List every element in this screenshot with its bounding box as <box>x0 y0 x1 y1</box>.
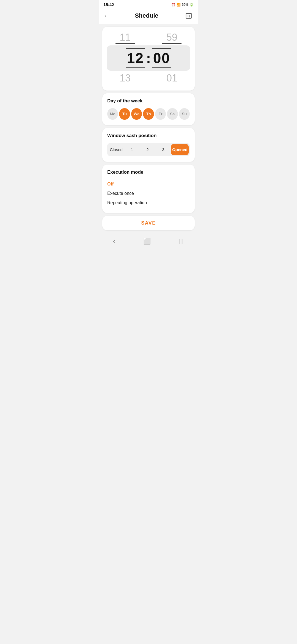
time-above-hour: 11 <box>114 32 136 43</box>
alarm-icon: ⏰ <box>171 3 175 7</box>
day-th[interactable]: Th <box>143 108 154 120</box>
execution-mode-title: Execution mode <box>107 170 190 175</box>
sash-closed[interactable]: Closed <box>108 144 124 155</box>
nav-home-button[interactable]: ⬜ <box>143 238 151 245</box>
time-picker-card: 11 : 59 12 : 00 13 <box>102 27 195 91</box>
time-selected-wrap[interactable]: 12 : 00 <box>107 45 190 71</box>
time-selected-minute: 00 <box>153 50 170 66</box>
window-sash-title: Window sash position <box>107 133 190 138</box>
days-row: Mo Tu We Th Fr Sa Su <box>107 108 190 120</box>
sash-2[interactable]: 2 <box>140 144 155 155</box>
delete-button[interactable] <box>184 11 194 21</box>
time-selected-hour-col: 12 <box>126 48 145 68</box>
time-above-minute: 59 <box>161 32 183 43</box>
network-icon: 📶 <box>177 3 181 7</box>
sash-3[interactable]: 3 <box>155 144 171 155</box>
time-below-row: 13 : 01 <box>102 72 195 86</box>
exec-repeat[interactable]: Repeating operation <box>107 198 190 208</box>
day-we[interactable]: We <box>131 108 142 120</box>
day-of-week-title: Day of the week <box>107 98 190 104</box>
save-button[interactable]: SAVE <box>107 220 190 226</box>
time-above-hour-col: 11 <box>114 32 136 44</box>
day-sa[interactable]: Sa <box>167 108 178 120</box>
battery-icon: 🔋 <box>189 3 194 7</box>
time-picker[interactable]: 11 : 59 12 : 00 13 <box>102 27 195 91</box>
exec-once[interactable]: Execute once <box>107 189 190 198</box>
time-above-minute-col: 59 <box>161 32 183 44</box>
sash-1[interactable]: 1 <box>124 144 140 155</box>
execution-mode-card: Execution mode Off Execute once Repeatin… <box>102 165 195 213</box>
minute-underline-bottom <box>152 48 171 49</box>
app-bar: ← Shedule <box>99 8 198 24</box>
status-time: 15:42 <box>103 2 114 7</box>
bottom-nav: ‹ ⬜ ||| <box>99 233 198 250</box>
time-selected-minute-col: 00 <box>152 48 171 68</box>
svg-rect-0 <box>186 13 191 18</box>
hour-underline-top <box>116 43 135 44</box>
time-below-minute: 01 <box>161 72 183 84</box>
window-sash-card: Window sash position Closed 1 2 3 Opened <box>102 128 195 162</box>
save-bar: SAVE <box>102 216 195 230</box>
hour-underline-bottom2 <box>126 67 145 68</box>
day-of-week-card: Day of the week Mo Tu We Th Fr Sa Su <box>102 93 195 125</box>
time-colon: : <box>146 50 151 66</box>
day-mo[interactable]: Mo <box>107 108 118 120</box>
status-icons: ⏰ 📶 69% 🔋 <box>171 3 194 7</box>
status-bar: 15:42 ⏰ 📶 69% 🔋 <box>99 0 198 8</box>
nav-recent-button[interactable]: ||| <box>178 238 184 244</box>
sash-row: Closed 1 2 3 Opened <box>107 143 190 156</box>
time-above-row: 11 : 59 <box>102 29 195 44</box>
day-fr[interactable]: Fr <box>155 108 166 120</box>
minute-underline-bottom2 <box>152 67 171 68</box>
time-below-hour: 13 <box>114 72 136 84</box>
time-selected-hour: 12 <box>127 50 144 66</box>
battery-label: 69% <box>182 3 188 7</box>
page-title: Shedule <box>135 12 158 19</box>
minute-underline-top <box>162 43 182 44</box>
exec-off[interactable]: Off <box>107 179 190 189</box>
trash-icon <box>185 12 192 19</box>
nav-back-button[interactable]: ‹ <box>113 237 116 245</box>
back-button[interactable]: ← <box>103 12 109 19</box>
day-su[interactable]: Su <box>179 108 190 120</box>
day-tu[interactable]: Tu <box>119 108 130 120</box>
hour-underline-bottom <box>126 48 145 49</box>
sash-opened[interactable]: Opened <box>171 144 189 155</box>
